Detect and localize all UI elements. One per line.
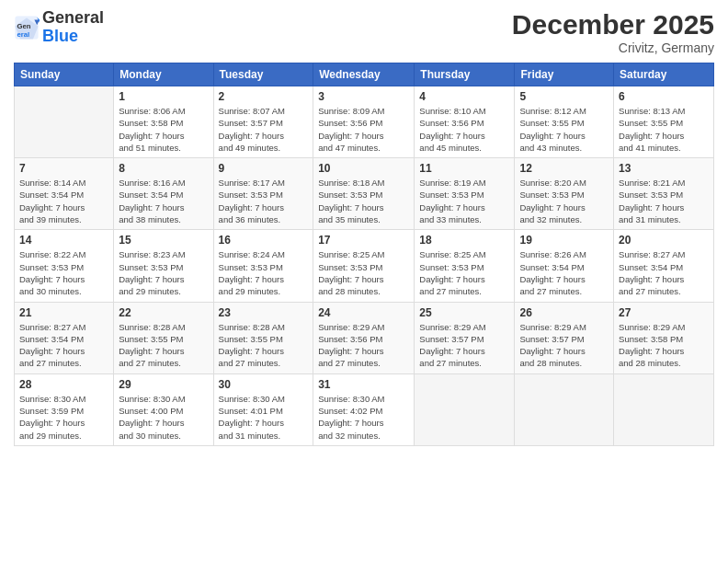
calendar-cell — [415, 373, 515, 445]
calendar-cell: 26Sunrise: 8:29 AM Sunset: 3:57 PM Dayli… — [515, 302, 614, 373]
page: Gen eral General Blue December 2025 Criv… — [0, 0, 728, 563]
day-info: Sunrise: 8:29 AM Sunset: 3:56 PM Dayligh… — [318, 321, 409, 370]
logo-text: General Blue — [42, 9, 104, 46]
day-info: Sunrise: 8:10 AM Sunset: 3:56 PM Dayligh… — [419, 105, 509, 154]
day-number: 23 — [219, 306, 309, 319]
day-number: 7 — [19, 162, 108, 175]
location: Crivitz, Germany — [512, 40, 714, 55]
day-info: Sunrise: 8:13 AM Sunset: 3:55 PM Dayligh… — [619, 105, 709, 154]
day-number: 6 — [619, 90, 709, 103]
col-monday: Monday — [114, 63, 213, 86]
day-info: Sunrise: 8:27 AM Sunset: 3:54 PM Dayligh… — [619, 248, 709, 297]
day-info: Sunrise: 8:20 AM Sunset: 3:53 PM Dayligh… — [519, 177, 609, 225]
calendar-cell: 3Sunrise: 8:09 AM Sunset: 3:56 PM Daylig… — [313, 86, 415, 158]
day-info: Sunrise: 8:18 AM Sunset: 3:53 PM Dayligh… — [318, 177, 409, 225]
calendar-cell: 13Sunrise: 8:21 AM Sunset: 3:53 PM Dayli… — [614, 158, 714, 230]
day-info: Sunrise: 8:24 AM Sunset: 3:53 PM Dayligh… — [219, 248, 309, 297]
day-info: Sunrise: 8:28 AM Sunset: 3:55 PM Dayligh… — [119, 321, 208, 370]
logo-icon: Gen eral — [14, 15, 40, 40]
calendar-cell: 4Sunrise: 8:10 AM Sunset: 3:56 PM Daylig… — [415, 86, 515, 158]
calendar-cell: 22Sunrise: 8:28 AM Sunset: 3:55 PM Dayli… — [114, 302, 213, 373]
calendar-cell: 10Sunrise: 8:18 AM Sunset: 3:53 PM Dayli… — [313, 158, 415, 230]
calendar-cell: 31Sunrise: 8:30 AM Sunset: 4:02 PM Dayli… — [313, 373, 415, 445]
logo-blue-text: Blue — [42, 28, 104, 46]
day-info: Sunrise: 8:30 AM Sunset: 3:59 PM Dayligh… — [19, 393, 108, 442]
col-friday: Friday — [515, 63, 614, 86]
day-info: Sunrise: 8:14 AM Sunset: 3:54 PM Dayligh… — [19, 177, 108, 225]
day-number: 12 — [519, 162, 609, 175]
calendar-cell: 20Sunrise: 8:27 AM Sunset: 3:54 PM Dayli… — [614, 230, 714, 302]
day-number: 15 — [119, 234, 208, 247]
calendar-cell: 8Sunrise: 8:16 AM Sunset: 3:54 PM Daylig… — [114, 158, 213, 230]
day-number: 29 — [119, 378, 208, 391]
day-number: 16 — [219, 234, 309, 247]
day-info: Sunrise: 8:28 AM Sunset: 3:55 PM Dayligh… — [219, 321, 309, 370]
day-info: Sunrise: 8:25 AM Sunset: 3:53 PM Dayligh… — [419, 248, 509, 297]
calendar-cell: 27Sunrise: 8:29 AM Sunset: 3:58 PM Dayli… — [614, 302, 714, 373]
day-info: Sunrise: 8:27 AM Sunset: 3:54 PM Dayligh… — [19, 321, 108, 370]
day-number: 24 — [318, 306, 409, 319]
logo: Gen eral General Blue — [14, 9, 104, 46]
calendar-week-row: 14Sunrise: 8:22 AM Sunset: 3:53 PM Dayli… — [15, 230, 714, 302]
day-number: 20 — [619, 234, 709, 247]
day-number: 21 — [19, 306, 108, 319]
day-number: 17 — [318, 234, 409, 247]
calendar-week-row: 21Sunrise: 8:27 AM Sunset: 3:54 PM Dayli… — [15, 302, 714, 373]
day-info: Sunrise: 8:23 AM Sunset: 3:53 PM Dayligh… — [119, 248, 208, 297]
day-number: 2 — [219, 90, 309, 103]
col-wednesday: Wednesday — [313, 63, 415, 86]
day-info: Sunrise: 8:06 AM Sunset: 3:58 PM Dayligh… — [119, 105, 208, 154]
calendar-cell: 30Sunrise: 8:30 AM Sunset: 4:01 PM Dayli… — [213, 373, 313, 445]
col-sunday: Sunday — [15, 63, 114, 86]
calendar-cell: 9Sunrise: 8:17 AM Sunset: 3:53 PM Daylig… — [213, 158, 313, 230]
col-tuesday: Tuesday — [213, 63, 313, 86]
calendar-cell: 25Sunrise: 8:29 AM Sunset: 3:57 PM Dayli… — [415, 302, 515, 373]
calendar-cell — [614, 373, 714, 445]
day-info: Sunrise: 8:17 AM Sunset: 3:53 PM Dayligh… — [219, 177, 309, 225]
day-info: Sunrise: 8:29 AM Sunset: 3:58 PM Dayligh… — [619, 321, 709, 370]
calendar-cell: 16Sunrise: 8:24 AM Sunset: 3:53 PM Dayli… — [213, 230, 313, 302]
day-info: Sunrise: 8:29 AM Sunset: 3:57 PM Dayligh… — [519, 321, 609, 370]
day-number: 22 — [119, 306, 208, 319]
calendar-cell: 21Sunrise: 8:27 AM Sunset: 3:54 PM Dayli… — [15, 302, 114, 373]
day-number: 27 — [619, 306, 709, 319]
day-number: 28 — [19, 378, 108, 391]
calendar-week-row: 28Sunrise: 8:30 AM Sunset: 3:59 PM Dayli… — [15, 373, 714, 445]
day-number: 14 — [19, 234, 108, 247]
day-info: Sunrise: 8:09 AM Sunset: 3:56 PM Dayligh… — [318, 105, 409, 154]
calendar-cell: 23Sunrise: 8:28 AM Sunset: 3:55 PM Dayli… — [213, 302, 313, 373]
calendar-header-row: Sunday Monday Tuesday Wednesday Thursday… — [15, 63, 714, 86]
day-info: Sunrise: 8:30 AM Sunset: 4:02 PM Dayligh… — [318, 393, 409, 442]
day-number: 19 — [519, 234, 609, 247]
header: Gen eral General Blue December 2025 Criv… — [14, 9, 714, 55]
day-info: Sunrise: 8:16 AM Sunset: 3:54 PM Dayligh… — [119, 177, 208, 225]
calendar-cell: 6Sunrise: 8:13 AM Sunset: 3:55 PM Daylig… — [614, 86, 714, 158]
day-info: Sunrise: 8:22 AM Sunset: 3:53 PM Dayligh… — [19, 248, 108, 297]
day-number: 26 — [519, 306, 609, 319]
day-info: Sunrise: 8:12 AM Sunset: 3:55 PM Dayligh… — [519, 105, 609, 154]
calendar-cell — [15, 86, 114, 158]
calendar-cell: 1Sunrise: 8:06 AM Sunset: 3:58 PM Daylig… — [114, 86, 213, 158]
calendar-cell: 18Sunrise: 8:25 AM Sunset: 3:53 PM Dayli… — [415, 230, 515, 302]
day-number: 8 — [119, 162, 208, 175]
calendar-cell: 12Sunrise: 8:20 AM Sunset: 3:53 PM Dayli… — [515, 158, 614, 230]
day-number: 3 — [318, 90, 409, 103]
calendar-cell: 24Sunrise: 8:29 AM Sunset: 3:56 PM Dayli… — [313, 302, 415, 373]
calendar-table: Sunday Monday Tuesday Wednesday Thursday… — [14, 63, 714, 446]
day-info: Sunrise: 8:07 AM Sunset: 3:57 PM Dayligh… — [219, 105, 309, 154]
calendar-cell: 14Sunrise: 8:22 AM Sunset: 3:53 PM Dayli… — [15, 230, 114, 302]
calendar-week-row: 7Sunrise: 8:14 AM Sunset: 3:54 PM Daylig… — [15, 158, 714, 230]
calendar-cell: 5Sunrise: 8:12 AM Sunset: 3:55 PM Daylig… — [515, 86, 614, 158]
day-info: Sunrise: 8:26 AM Sunset: 3:54 PM Dayligh… — [519, 248, 609, 297]
day-info: Sunrise: 8:30 AM Sunset: 4:01 PM Dayligh… — [219, 393, 309, 442]
day-number: 30 — [219, 378, 309, 391]
day-number: 25 — [419, 306, 509, 319]
calendar-cell: 7Sunrise: 8:14 AM Sunset: 3:54 PM Daylig… — [15, 158, 114, 230]
calendar-cell: 28Sunrise: 8:30 AM Sunset: 3:59 PM Dayli… — [15, 373, 114, 445]
calendar-cell: 19Sunrise: 8:26 AM Sunset: 3:54 PM Dayli… — [515, 230, 614, 302]
day-number: 18 — [419, 234, 509, 247]
calendar-cell: 17Sunrise: 8:25 AM Sunset: 3:53 PM Dayli… — [313, 230, 415, 302]
svg-text:eral: eral — [17, 30, 30, 39]
day-number: 1 — [119, 90, 208, 103]
day-info: Sunrise: 8:25 AM Sunset: 3:53 PM Dayligh… — [318, 248, 409, 297]
